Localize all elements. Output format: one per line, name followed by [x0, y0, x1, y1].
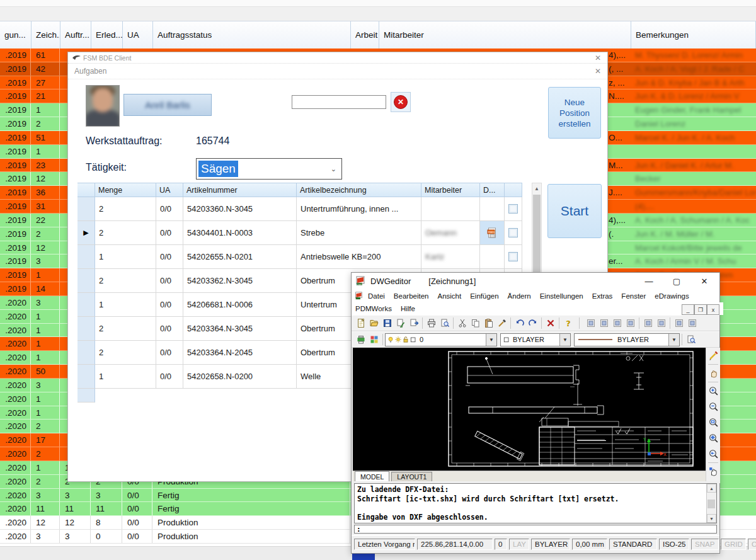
start-button[interactable]: Start	[547, 184, 602, 238]
rotate-icon[interactable]	[641, 317, 655, 330]
grid-header-blank[interactable]	[77, 183, 95, 197]
menu-einstellungen[interactable]: Einstellungen	[540, 292, 583, 300]
menu-extras[interactable]: Extras	[592, 292, 613, 300]
print-preview-icon[interactable]	[438, 317, 451, 330]
column-header-zeich[interactable]: Zeich...	[32, 21, 60, 49]
new-icon[interactable]	[354, 317, 367, 330]
grid-header-D...[interactable]: D...	[480, 183, 505, 197]
fsm-child-close-icon[interactable]: ✕	[595, 67, 601, 76]
zoom-window-icon[interactable]	[707, 414, 719, 430]
undo-icon[interactable]	[513, 317, 526, 330]
copy-entity-icon[interactable]	[597, 317, 610, 330]
grid-header-Mitarbeiter[interactable]: Mitarbeiter	[421, 183, 480, 197]
format-painter-icon[interactable]	[495, 317, 508, 330]
move-icon[interactable]	[584, 317, 597, 330]
grid-header-Artikelbezeichnung[interactable]: Artikelbezeichnung	[297, 183, 421, 197]
delete-icon[interactable]	[544, 317, 557, 330]
zoom-in-icon[interactable]	[707, 383, 719, 399]
offset-icon[interactable]	[610, 317, 624, 330]
help-icon[interactable]: ?	[561, 317, 575, 330]
checkbox[interactable]	[508, 204, 518, 214]
clear-input-button[interactable]: ✕	[391, 92, 411, 112]
column-header-bemerkungen[interactable]: Bemerkungen	[631, 21, 756, 49]
column-header-erled[interactable]: Erled...	[91, 21, 123, 49]
export-icon[interactable]	[407, 317, 420, 330]
layer-combobox[interactable]: 0▼	[385, 333, 497, 346]
redo-icon[interactable]	[526, 317, 539, 330]
column-header-arbeit[interactable]: Arbeit	[351, 21, 379, 49]
tab-model[interactable]: MODEL	[355, 471, 389, 482]
grid-header-UA[interactable]: UA	[156, 183, 183, 197]
status-lay[interactable]: LAY	[509, 539, 529, 550]
grid-header-Artikelnummer[interactable]: Artikelnummer	[183, 183, 297, 197]
menu-fenster[interactable]: Fenster	[621, 292, 646, 300]
plot-preview-icon[interactable]	[684, 333, 697, 346]
column-header-auftr[interactable]: Auftr...	[60, 21, 91, 49]
user-name-button[interactable]: Anril Barlis	[123, 94, 212, 116]
dwg-titlebar[interactable]: DWG DWGeditor [Zeichnung1] — ▢ ✕	[352, 273, 719, 290]
fsm-titlebar[interactable]: FSM BDE Client ✕	[68, 52, 607, 64]
mdi-close-icon[interactable]: x	[707, 304, 719, 315]
menu-bearbeiten[interactable]: Bearbeiten	[394, 292, 429, 300]
grid-row[interactable]: ▶20/054304401.N-0003StrebeOemannDWG	[77, 221, 522, 245]
zoom-out-icon[interactable]	[707, 399, 719, 414]
menu-pdmworks[interactable]: PDMWorks	[355, 305, 392, 312]
command-prompt[interactable]: :	[354, 525, 717, 534]
grid-header-Menge[interactable]: Menge	[95, 183, 156, 197]
column-header-mitarbeiter[interactable]: Mitarbeiter	[379, 21, 631, 49]
grid-row[interactable]: 20/054203360.N-3045Untertrumführung, inn…	[77, 197, 522, 221]
cut-icon[interactable]	[455, 317, 469, 330]
status-grid[interactable]: GRID	[721, 539, 746, 550]
command-history[interactable]: Zu ladende DFX-Datei: Schriftart [ic-txt…	[354, 483, 717, 523]
color-combobox[interactable]: BYLAYER▼	[500, 333, 571, 346]
scroll-up-icon[interactable]: ▲	[532, 183, 541, 193]
tab-layout1[interactable]: LAYOUT1	[391, 472, 432, 482]
command-scrollbar[interactable]: ▲ ▼	[706, 484, 716, 523]
pan-realtime-icon[interactable]	[707, 464, 719, 479]
column-header-gun[interactable]: gun...	[0, 21, 32, 49]
open-icon[interactable]	[367, 317, 381, 330]
mdi-minimize-icon[interactable]: _	[682, 304, 694, 315]
redline-icon[interactable]	[707, 348, 719, 363]
menu-ändern[interactable]: Ändern	[508, 292, 531, 300]
copy-icon[interactable]	[469, 317, 482, 330]
plot-icon[interactable]	[354, 333, 367, 346]
fsm-child-titlebar[interactable]: Aufgaben ✕	[68, 63, 607, 79]
scan-input[interactable]	[292, 95, 386, 109]
status-orth[interactable]: ORTH	[748, 539, 756, 550]
minimize-icon[interactable]: —	[636, 273, 662, 289]
dim-style-icon[interactable]	[685, 317, 699, 330]
linetype-combobox[interactable]: BYLAYER▼	[574, 333, 680, 346]
dwg-file-cell[interactable]: DWG	[480, 221, 505, 245]
dim-edit-icon[interactable]	[672, 317, 685, 330]
cad-drawing-canvas[interactable]: Y X	[353, 348, 706, 471]
scale-icon[interactable]	[655, 317, 668, 330]
grid-row[interactable]: 10/054202655.N-0201Antriebswelle KB=200K…	[77, 245, 522, 269]
scrollbar-thumb[interactable]	[707, 500, 715, 508]
checkbox[interactable]	[508, 252, 518, 261]
array-icon[interactable]	[624, 317, 637, 330]
save-icon[interactable]	[381, 317, 394, 330]
print-icon[interactable]	[425, 317, 438, 330]
close-icon[interactable]: ✕	[692, 273, 717, 289]
column-header-auftragsstatus[interactable]: Auftragsstatus	[153, 21, 351, 49]
neue-position-button[interactable]: Neue Position erstellen	[548, 87, 601, 139]
menu-edrawings[interactable]: eDrawings	[655, 292, 689, 300]
checkbox[interactable]	[508, 228, 518, 237]
zoom-extents-icon[interactable]	[707, 430, 719, 446]
maximize-icon[interactable]: ▢	[664, 273, 689, 289]
menu-datei[interactable]: Datei	[368, 292, 385, 300]
scroll-down-icon[interactable]: ▼	[707, 514, 716, 523]
render-icon[interactable]	[367, 333, 381, 346]
zoom-previous-icon[interactable]	[707, 446, 719, 462]
pan-icon[interactable]	[707, 365, 719, 381]
import-icon[interactable]	[394, 317, 407, 330]
status-snap[interactable]: SNAP	[691, 539, 719, 550]
grid-header-blank[interactable]	[505, 183, 522, 197]
menu-ansicht[interactable]: Ansicht	[437, 292, 461, 300]
menu-hilfe[interactable]: Hilfe	[401, 305, 415, 312]
menu-einfügen[interactable]: Einfügen	[470, 292, 498, 300]
mdi-restore-icon[interactable]: ❐	[694, 304, 707, 315]
taetigkeit-combobox[interactable]: Sägen ⌄	[196, 158, 342, 180]
column-header-ua[interactable]: UA	[123, 21, 153, 49]
